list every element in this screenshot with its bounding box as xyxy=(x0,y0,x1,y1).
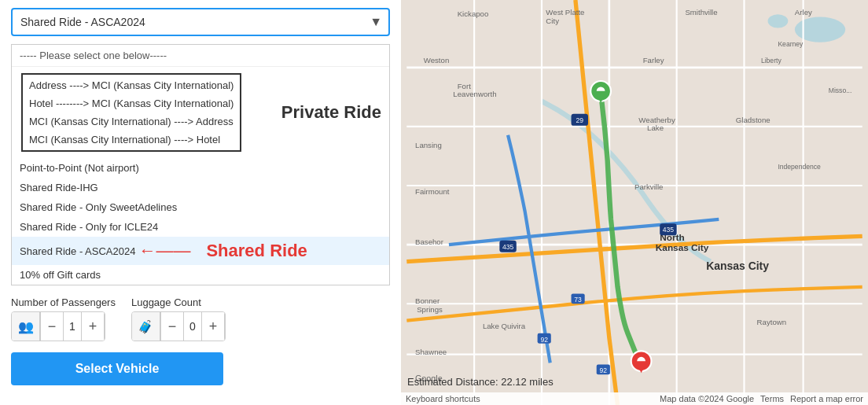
svg-text:Raytown: Raytown xyxy=(757,318,787,326)
svg-point-1 xyxy=(795,17,845,42)
svg-text:Kearney: Kearney xyxy=(778,40,804,48)
map-footer-links: Map data ©2024 Google Terms Report a map… xyxy=(660,394,863,403)
map-panel: Kickapoo West Platte City Smithville Arl… xyxy=(401,0,868,405)
list-item[interactable]: 10% off Gift cards xyxy=(12,265,389,285)
map-svg: Kickapoo West Platte City Smithville Arl… xyxy=(401,0,868,405)
svg-text:Parkville: Parkville xyxy=(634,182,663,191)
estimated-distance: Estimated Distance: 22.12 miles xyxy=(407,376,554,388)
left-panel: Shared Ride - ASCA2024 ▼ ----- Please se… xyxy=(0,0,401,405)
svg-text:Independence: Independence xyxy=(778,163,821,171)
svg-text:Farley: Farley xyxy=(643,56,664,64)
svg-text:435: 435 xyxy=(502,243,514,251)
list-item[interactable]: Point-to-Point (Not airport) xyxy=(12,158,389,178)
luggage-icon: 🧳 xyxy=(132,312,160,341)
svg-text:Kickapoo: Kickapoo xyxy=(458,9,489,18)
passengers-label: Number of Passengers xyxy=(11,296,116,308)
list-item[interactable]: Address ----> MCI (Kansas City Internati… xyxy=(23,76,240,94)
private-ride-items-box: Address ----> MCI (Kansas City Internati… xyxy=(21,73,241,152)
service-type-select[interactable]: Shared Ride - ASCA2024 xyxy=(11,8,390,36)
passengers-value: 1 xyxy=(64,320,81,333)
shared-ride-label: Shared Ride xyxy=(206,241,307,261)
passengers-icon: 👥 xyxy=(12,312,40,341)
dropdown-menu: ----- Please select one below----- Addre… xyxy=(11,44,390,285)
svg-text:Bonner: Bonner xyxy=(415,296,440,305)
svg-text:Smithville: Smithville xyxy=(685,8,717,17)
svg-text:Lake: Lake xyxy=(647,123,664,132)
svg-point-2 xyxy=(768,14,789,28)
list-item[interactable]: MCI (Kansas City International) ----> Ad… xyxy=(23,112,240,131)
list-item[interactable]: Shared Ride - Only SweetAdelines xyxy=(12,197,389,217)
keyboard-shortcuts-link[interactable]: Keyboard shortcuts xyxy=(406,394,480,403)
selected-shared-ride-item[interactable]: Shared Ride - ASCA2024 ←—— Shared Ride xyxy=(12,237,389,265)
passengers-group: Number of Passengers 👥 − 1 + xyxy=(11,296,116,341)
luggage-plus-button[interactable]: + xyxy=(201,312,225,341)
dropdown-placeholder: ----- Please select one below----- xyxy=(12,45,389,67)
svg-text:Fort: Fort xyxy=(458,82,471,90)
select-vehicle-button[interactable]: Select Vehicle xyxy=(11,352,223,385)
list-item[interactable]: Hotel --------> MCI (Kansas City Interna… xyxy=(23,94,240,112)
svg-text:Shawnee: Shawnee xyxy=(415,348,447,356)
svg-text:435: 435 xyxy=(663,226,675,234)
svg-text:Springs: Springs xyxy=(417,305,443,314)
svg-text:92: 92 xyxy=(600,366,608,374)
list-item[interactable]: MCI (Kansas City International) ----> Ho… xyxy=(23,131,240,149)
svg-text:Weatherby: Weatherby xyxy=(638,116,675,124)
list-item[interactable]: Shared Ride - Only for ICLE24 xyxy=(12,217,389,237)
arrow-indicator-icon: ←—— xyxy=(138,241,190,261)
svg-text:Kansas City: Kansas City xyxy=(706,260,769,272)
luggage-value: 0 xyxy=(184,320,201,333)
map-footer: Keyboard shortcuts Map data ©2024 Google… xyxy=(401,392,868,405)
svg-text:Liberty: Liberty xyxy=(761,57,782,64)
svg-text:29: 29 xyxy=(576,116,583,124)
luggage-minus-button[interactable]: − xyxy=(160,312,184,341)
luggage-label: Luggage Count xyxy=(131,296,226,308)
luggage-control: 🧳 − 0 + xyxy=(131,311,226,341)
selected-item-text: Shared Ride - ASCA2024 xyxy=(20,245,135,257)
svg-text:92: 92 xyxy=(540,336,548,344)
counters-row: Number of Passengers 👥 − 1 + Luggage Cou… xyxy=(11,296,390,341)
private-ride-label: Private Ride xyxy=(281,102,381,123)
svg-text:City: City xyxy=(546,17,559,25)
terms-link[interactable]: Terms xyxy=(760,394,784,403)
list-item[interactable]: Shared Ride-IHG xyxy=(12,178,389,197)
map-data-text: Map data ©2024 Google xyxy=(660,394,754,403)
svg-text:Basehor: Basehor xyxy=(415,237,444,246)
svg-text:Arley: Arley xyxy=(795,8,812,17)
svg-text:Fairmount: Fairmount xyxy=(415,187,450,196)
svg-text:73: 73 xyxy=(574,296,582,304)
private-ride-group: Address ----> MCI (Kansas City Internati… xyxy=(12,67,389,158)
svg-text:Leavenworth: Leavenworth xyxy=(453,90,496,98)
report-error-link[interactable]: Report a map error xyxy=(790,394,863,403)
svg-text:Misso...: Misso... xyxy=(829,87,852,94)
passengers-control: 👥 − 1 + xyxy=(11,311,105,341)
passengers-plus-button[interactable]: + xyxy=(81,312,105,341)
luggage-group: Luggage Count 🧳 − 0 + xyxy=(131,296,226,341)
svg-text:Lansing: Lansing xyxy=(415,141,442,149)
svg-text:Weston: Weston xyxy=(424,56,450,64)
svg-text:Gladstone: Gladstone xyxy=(736,116,771,124)
svg-text:Kansas City: Kansas City xyxy=(656,242,709,253)
map-container[interactable]: Kickapoo West Platte City Smithville Arl… xyxy=(401,0,868,405)
svg-text:Lake Quivira: Lake Quivira xyxy=(483,322,526,330)
svg-text:West Platte: West Platte xyxy=(546,8,584,17)
passengers-minus-button[interactable]: − xyxy=(40,312,64,341)
service-type-dropdown-container: Shared Ride - ASCA2024 ▼ xyxy=(11,8,390,36)
